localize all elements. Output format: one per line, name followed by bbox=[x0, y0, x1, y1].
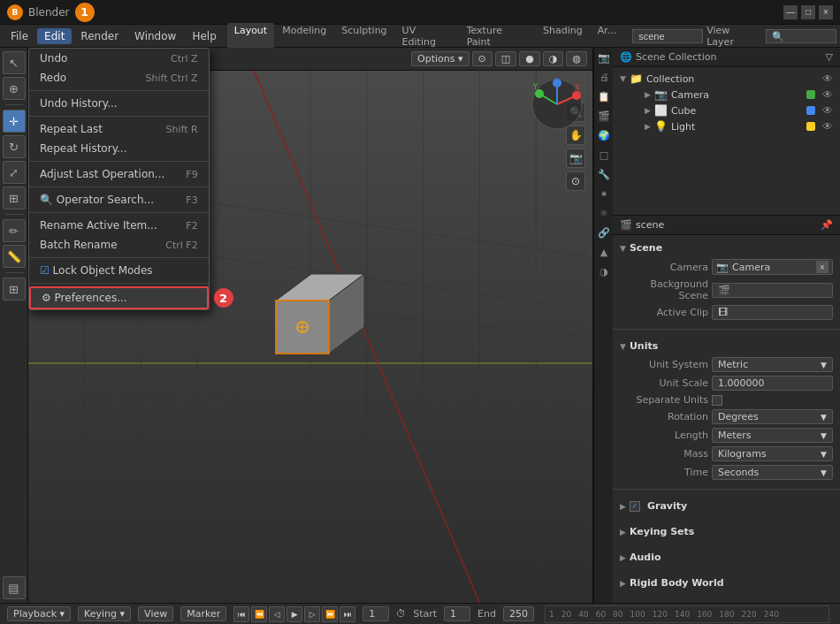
tool-extra[interactable]: ▤ bbox=[3, 576, 26, 599]
prop-pin-icon[interactable]: 📌 bbox=[821, 219, 833, 231]
prop-icon-material[interactable]: ◑ bbox=[594, 262, 614, 281]
prop-icon-constraints[interactable]: 🔗 bbox=[594, 223, 614, 242]
prop-icon-data[interactable]: ▲ bbox=[594, 242, 614, 262]
vp-camera-view[interactable]: 📷 bbox=[566, 148, 585, 168]
next-keyframe-btn[interactable]: ▷ bbox=[304, 606, 320, 622]
menu-item-repeat-history[interactable]: Repeat History... bbox=[29, 139, 209, 158]
prop-icon-particles[interactable]: ⁕ bbox=[594, 184, 614, 203]
menu-item-repeat-last[interactable]: Repeat Last Shift R bbox=[29, 119, 209, 139]
gravity-checkbox[interactable] bbox=[630, 501, 640, 512]
start-frame-input[interactable]: 1 bbox=[444, 606, 470, 621]
menu-item-preferences[interactable]: ⚙ Preferences... 2 bbox=[29, 286, 209, 309]
prop-icon-scene[interactable]: 🎬 bbox=[594, 106, 614, 126]
time-value[interactable]: Seconds ▼ bbox=[712, 465, 833, 480]
tool-scale[interactable]: ⤢ bbox=[3, 161, 26, 184]
prop-icon-physics[interactable]: ⚛ bbox=[594, 203, 614, 223]
tool-select[interactable]: ↖ bbox=[3, 51, 26, 74]
tool-cursor[interactable]: ⊕ bbox=[3, 77, 26, 100]
scene-section-title[interactable]: ▼ Scene bbox=[620, 239, 833, 257]
menu-item-adjust-last-op[interactable]: Adjust Last Operation... F9 bbox=[29, 164, 209, 184]
menu-help[interactable]: Help bbox=[185, 28, 223, 44]
viewport-overlay-btn[interactable]: ⊙ bbox=[472, 51, 493, 66]
menu-edit[interactable]: Edit bbox=[37, 28, 72, 44]
viewport-axes-widget[interactable]: X Y Z bbox=[531, 78, 584, 131]
jump-start-btn[interactable]: ⏮ bbox=[233, 606, 249, 622]
camera-prop-value[interactable]: 📷 Camera × bbox=[712, 259, 833, 275]
unit-system-value[interactable]: Metric ▼ bbox=[712, 357, 833, 372]
rotation-value[interactable]: Degrees ▼ bbox=[712, 409, 833, 424]
tab-modeling[interactable]: Modeling bbox=[275, 23, 333, 49]
tab-texture-paint[interactable]: Texture Paint bbox=[460, 23, 535, 49]
next-frame-btn[interactable]: ⏩ bbox=[322, 606, 338, 622]
header-search-input[interactable] bbox=[766, 29, 836, 43]
prop-icon-world[interactable]: 🌍 bbox=[594, 126, 614, 145]
playback-menu[interactable]: Playback ▾ bbox=[7, 606, 71, 621]
tab-uv-editing[interactable]: UV Editing bbox=[395, 23, 459, 49]
tool-move[interactable]: ✛ bbox=[3, 110, 26, 133]
outliner-cube[interactable]: ▶ ⬜ Cube 👁 bbox=[613, 103, 840, 118]
bg-scene-value[interactable]: 🎬 bbox=[712, 283, 833, 298]
outliner-camera[interactable]: ▶ 📷 Camera 👁 bbox=[613, 87, 840, 103]
menu-item-undo[interactable]: Undo Ctrl Z bbox=[29, 49, 209, 68]
tool-measure[interactable]: 📏 bbox=[3, 245, 26, 268]
keying-menu[interactable]: Keying ▾ bbox=[78, 606, 131, 621]
menu-item-redo[interactable]: Redo Shift Ctrl Z bbox=[29, 68, 209, 88]
viewport-options-btn[interactable]: Options ▾ bbox=[411, 51, 469, 66]
viewport-shading-mat[interactable]: ◑ bbox=[543, 51, 564, 66]
camera-visibility[interactable]: 👁 bbox=[822, 88, 833, 101]
play-btn[interactable]: ▶ bbox=[286, 606, 302, 622]
menu-window[interactable]: Window bbox=[127, 28, 183, 44]
outliner-filter-icon[interactable]: ▽ bbox=[826, 51, 833, 63]
custom-props-title[interactable]: ▶ Custom Properties bbox=[620, 599, 833, 603]
tab-shading[interactable]: Shading bbox=[536, 23, 590, 49]
length-value[interactable]: Meters ▼ bbox=[712, 428, 833, 443]
menu-item-lock-object-modes[interactable]: ☑ Lock Object Modes bbox=[29, 261, 209, 280]
prop-icon-modifier[interactable]: 🔧 bbox=[594, 164, 614, 184]
prop-icon-view-layer[interactable]: 📋 bbox=[594, 87, 614, 106]
menu-file[interactable]: File bbox=[4, 28, 35, 44]
prev-keyframe-btn[interactable]: ◁ bbox=[269, 606, 285, 622]
tab-sculpting[interactable]: Sculpting bbox=[334, 23, 393, 49]
viewport-shading-render[interactable]: ◍ bbox=[566, 51, 587, 66]
tool-add[interactable]: ⊞ bbox=[3, 278, 26, 301]
minimize-button[interactable]: — bbox=[783, 5, 798, 19]
current-frame-input[interactable]: 1 bbox=[363, 606, 389, 621]
camera-clear-btn[interactable]: × bbox=[816, 261, 829, 273]
keying-sets-title[interactable]: ▶ Keying Sets bbox=[620, 522, 833, 541]
light-visibility[interactable]: 👁 bbox=[822, 120, 833, 133]
units-section-title[interactable]: ▼ Units bbox=[620, 337, 833, 355]
tool-rotate[interactable]: ↻ bbox=[3, 135, 26, 158]
outliner-collection[interactable]: ▼ 📁 Collection 👁 bbox=[613, 71, 840, 87]
timeline-strip[interactable]: 1 20 40 60 80 100 120 140 160 180 220 24… bbox=[545, 605, 829, 623]
tool-transform[interactable]: ⊞ bbox=[3, 186, 26, 209]
prev-frame-btn[interactable]: ⏪ bbox=[251, 606, 267, 622]
prop-icon-output[interactable]: 🖨 bbox=[594, 67, 614, 87]
unit-scale-value[interactable]: 1.000000 bbox=[712, 376, 833, 391]
tab-ar[interactable]: Ar... bbox=[591, 23, 624, 49]
maximize-button[interactable]: □ bbox=[801, 5, 815, 19]
gravity-title[interactable]: ▶ Gravity bbox=[620, 497, 833, 515]
menu-render[interactable]: Render bbox=[73, 28, 126, 44]
window-controls[interactable]: — □ × bbox=[783, 5, 833, 19]
separate-units-checkbox[interactable] bbox=[712, 395, 722, 406]
menu-item-operator-search[interactable]: 🔍 Operator Search... F3 bbox=[29, 190, 209, 209]
marker-menu[interactable]: Marker bbox=[180, 606, 226, 621]
viewport-shading-solid[interactable]: ● bbox=[519, 51, 540, 66]
vp-render-toggle[interactable]: ⊙ bbox=[566, 171, 585, 191]
menu-item-batch-rename[interactable]: Batch Rename Ctrl F2 bbox=[29, 235, 209, 255]
menu-item-undo-history[interactable]: Undo History... bbox=[29, 94, 209, 113]
rigid-body-title[interactable]: ▶ Rigid Body World bbox=[620, 574, 833, 592]
viewport-xray-btn[interactable]: ◫ bbox=[495, 51, 516, 66]
collection-visibility[interactable]: 👁 bbox=[822, 72, 833, 85]
cube-visibility[interactable]: 👁 bbox=[822, 104, 833, 117]
scene-name-input[interactable] bbox=[632, 29, 703, 43]
jump-end-btn[interactable]: ⏭ bbox=[340, 606, 355, 622]
end-frame-input[interactable]: 250 bbox=[503, 606, 534, 621]
mass-value[interactable]: Kilograms ▼ bbox=[712, 446, 833, 461]
prop-icon-render[interactable]: 📷 bbox=[594, 48, 614, 67]
active-clip-value[interactable]: 🎞 bbox=[712, 305, 833, 320]
view-menu[interactable]: View bbox=[138, 606, 173, 621]
outliner-light[interactable]: ▶ 💡 Light 👁 bbox=[613, 118, 840, 134]
close-button[interactable]: × bbox=[819, 5, 833, 19]
tab-layout[interactable]: Layout bbox=[227, 23, 274, 49]
